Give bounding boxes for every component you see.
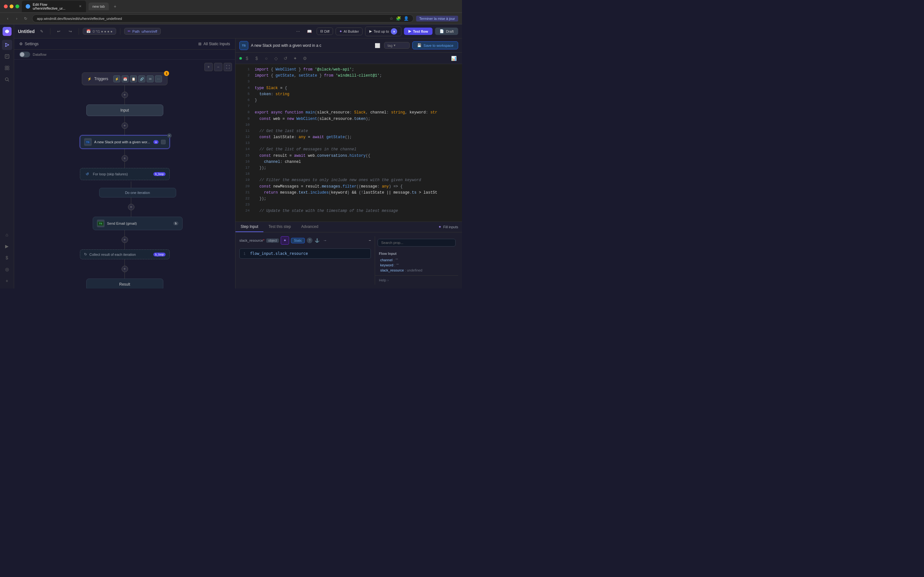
test-upto-btn[interactable]: ▶ Test up to a xyxy=(365,27,402,36)
close-window-btn[interactable] xyxy=(4,5,8,8)
step-close-btn[interactable]: ✕ xyxy=(167,133,172,138)
add-after-slack[interactable]: + xyxy=(121,155,128,161)
field-name-text: slack_resource xyxy=(239,239,263,242)
code-line-8: 8 export async function main(slack_resou… xyxy=(236,110,462,116)
fit-btn[interactable]: ⛶ xyxy=(224,63,232,71)
tab-close-btn[interactable]: ✕ xyxy=(78,4,82,9)
anchor-btn[interactable]: ⚓ xyxy=(314,237,320,243)
fill-inputs-btn[interactable]: ✦ Fill inputs xyxy=(438,222,462,232)
maximize-window-btn[interactable] xyxy=(15,5,19,8)
trigger-icon-more[interactable]: ⋯ xyxy=(155,75,162,82)
wand-connect-btn[interactable]: ✦ xyxy=(281,236,289,245)
tab-advanced[interactable]: Advanced xyxy=(296,222,323,232)
search-prop-input[interactable] xyxy=(378,239,456,247)
toolbar-btn-diamond[interactable]: ◇ xyxy=(271,54,280,63)
sidebar-item-add[interactable]: + xyxy=(2,276,12,286)
sidebar-item-flows[interactable] xyxy=(2,40,12,50)
flow-input-item-keyword[interactable]: keyword : "" xyxy=(379,263,454,268)
draft-btn[interactable]: 📄 Draft xyxy=(435,27,458,35)
settings-label[interactable]: ⚙ Settings xyxy=(19,42,39,46)
sidebar-item-scripts[interactable] xyxy=(2,51,12,61)
code-panel: TS A new Slack post with a given word in… xyxy=(236,39,462,288)
update-browser-btn[interactable]: Terminer la mise à jour xyxy=(416,16,458,21)
add-after-loop[interactable]: + xyxy=(121,237,128,243)
browser-tab-active[interactable]: Edit Flow u/henri/effective_ur... ✕ xyxy=(22,1,86,12)
flow-input-item-channel[interactable]: channel : "" xyxy=(379,258,454,263)
result-node[interactable]: Result xyxy=(86,279,163,288)
extensions-icon[interactable]: 🧩 xyxy=(396,16,401,21)
tag-select[interactable]: tag ▾ xyxy=(384,42,410,49)
slack-step-node[interactable]: TS A new Slack post with a given wor... … xyxy=(80,135,170,149)
sidebar-item-runs[interactable]: ▶ xyxy=(2,241,12,251)
trigger-icon-http[interactable]: 🔗 xyxy=(138,75,145,82)
toolbar-btn-circle[interactable]: ○ xyxy=(262,54,271,63)
new-tab-btn[interactable]: + xyxy=(111,3,119,10)
back-btn[interactable]: ‹ xyxy=(4,15,11,23)
trigger-icon-webhook[interactable]: ⚡ xyxy=(113,75,120,82)
flow-input-item-slack[interactable]: slack_resource : undefined xyxy=(379,268,454,273)
triggers-node[interactable]: ⚡ Triggers 1 ⚡ 📅 📋 🔗 ✉ ⋯ xyxy=(82,73,168,85)
toolbar-btn-chart[interactable]: 📊 xyxy=(449,54,458,63)
collapse-btn[interactable]: − xyxy=(368,238,371,243)
add-in-loop[interactable]: + xyxy=(128,204,134,210)
path-edit-badge[interactable]: ✏ Path u/henri/eff xyxy=(124,28,161,35)
toolbar-btn-magic[interactable]: ✦ xyxy=(291,54,300,63)
static-badge[interactable]: Static xyxy=(291,238,305,243)
save-workspace-btn[interactable]: 💾 Save to workspace xyxy=(412,41,458,49)
toolbar-btn-dollar2[interactable]: $ xyxy=(252,54,261,63)
add-after-input[interactable]: + xyxy=(121,122,128,129)
main-content: Untitled ✎ ↩ ↪ 📅 0 */1 ● ● ● ● ✏ Path u/… xyxy=(14,24,462,288)
add-after-collect[interactable]: + xyxy=(121,266,128,272)
zoom-in-btn[interactable]: + xyxy=(204,63,213,71)
path-badge[interactable]: 📅 0 */1 ● ● ● ● xyxy=(83,28,116,35)
collect-node[interactable]: ↻ Collect result of each iteration b_loo… xyxy=(80,250,170,259)
url-bar[interactable]: app.windmill.dev/flows/edit/u/henri/effe… xyxy=(32,15,414,23)
toolbar-btn-dollar1[interactable]: $ xyxy=(242,54,252,63)
redo-btn[interactable]: ↪ xyxy=(66,27,75,36)
ai-builder-btn[interactable]: ✦ AI Builder xyxy=(336,27,363,35)
browser-tab-new[interactable]: new tab xyxy=(89,3,109,10)
tab-test-step[interactable]: Test this step xyxy=(263,222,296,232)
arrow-right-btn[interactable]: → xyxy=(322,237,328,243)
bookmark-icon[interactable]: ☆ xyxy=(389,16,393,21)
trigger-icon-schedule[interactable]: 📅 xyxy=(121,75,129,82)
header-menu-btn[interactable]: ⋯ xyxy=(294,27,302,36)
diff-btn[interactable]: ⊟ Diff xyxy=(317,27,333,35)
trigger-icon-form[interactable]: 📋 xyxy=(130,75,137,82)
trigger-icon-email[interactable]: ✉ xyxy=(147,75,153,82)
toolbar-btn-gear[interactable]: ⚙ xyxy=(300,54,309,63)
tab-step-input[interactable]: Step Input xyxy=(236,222,263,232)
help-btn[interactable]: Help › xyxy=(379,278,389,282)
edit-title-btn[interactable]: ✎ xyxy=(37,27,46,36)
input-node[interactable]: Input xyxy=(86,105,163,116)
book-icon-btn[interactable]: 📖 xyxy=(305,27,314,36)
input-current-value: flow_input.slack_resource xyxy=(250,251,308,256)
app-logo[interactable] xyxy=(3,27,11,36)
code-editor[interactable]: 1 import { WebClient } from '@slack/web-… xyxy=(236,64,462,221)
for-loop-node[interactable]: ↺ For loop (skip failures) b_loop xyxy=(80,168,170,180)
input-value-row[interactable]: 1 flow_input.slack_resource xyxy=(239,248,371,259)
code-line-5: 5 token: string xyxy=(236,91,462,97)
sidebar-item-money[interactable]: $ xyxy=(2,253,12,263)
static-inputs-label[interactable]: ⊞ All Static Inputs xyxy=(198,42,230,46)
step-expand-btn[interactable] xyxy=(161,140,166,144)
sidebar-item-apps[interactable] xyxy=(2,63,12,73)
iteration-node[interactable]: Do one iteration xyxy=(99,188,176,197)
minimize-window-btn[interactable] xyxy=(10,5,13,8)
zoom-out-btn[interactable]: − xyxy=(214,63,222,71)
add-after-triggers[interactable]: + xyxy=(121,92,128,98)
sidebar-item-home[interactable]: ⌂ xyxy=(2,229,12,240)
toolbar-btn-refresh[interactable]: ↺ xyxy=(281,54,290,63)
test-flow-btn[interactable]: ▶ Test flow xyxy=(404,27,433,35)
forward-btn[interactable]: › xyxy=(13,15,21,23)
dataflow-toggle[interactable] xyxy=(19,52,30,57)
profile-avatar[interactable]: 👤 xyxy=(404,16,409,21)
sidebar-item-search[interactable] xyxy=(2,74,12,85)
expand-code-btn[interactable]: ⬜ xyxy=(373,41,381,50)
undo-btn[interactable]: ↩ xyxy=(54,27,63,36)
sidebar-item-hub[interactable]: ◎ xyxy=(2,264,12,274)
help-badge[interactable]: ? xyxy=(307,237,312,243)
prop-name-slack: slack_resource xyxy=(380,268,404,272)
email-step-node[interactable]: TS Send Email (gmail) b xyxy=(93,217,183,230)
refresh-btn[interactable]: ↻ xyxy=(22,15,29,23)
